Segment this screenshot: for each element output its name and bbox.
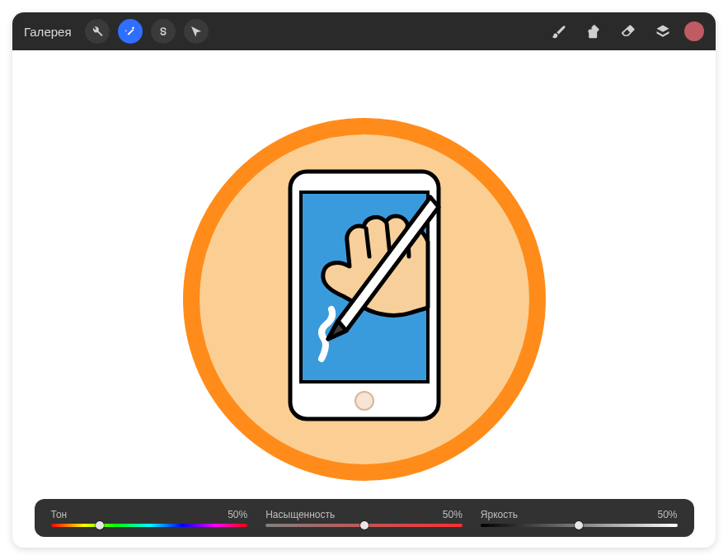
paintbrush-icon — [551, 23, 567, 40]
actions-button[interactable] — [85, 19, 110, 44]
layers-button[interactable] — [650, 18, 676, 45]
gallery-button[interactable]: Галерея — [24, 25, 72, 39]
hue-thumb[interactable] — [96, 521, 104, 529]
wand-icon — [124, 25, 137, 38]
adjustments-button[interactable] — [118, 19, 143, 44]
brightness-value: 50% — [657, 509, 677, 520]
arrow-icon — [190, 25, 203, 38]
canvas-area[interactable] — [12, 50, 716, 548]
smudge-icon — [585, 23, 602, 40]
color-circle[interactable] — [684, 21, 704, 41]
toolbar: Галерея — [12, 12, 716, 50]
wrench-icon — [91, 25, 104, 38]
s-shape-icon — [157, 25, 170, 38]
saturation-slider[interactable] — [265, 524, 463, 527]
app-window: Галерея — [12, 12, 716, 548]
saturation-slider-group: Насыщенность 50% — [265, 509, 463, 527]
brightness-slider-group: Яркость 50% — [481, 509, 678, 527]
toolbar-right — [546, 18, 704, 45]
brightness-slider[interactable] — [481, 524, 678, 527]
eraser-button[interactable] — [615, 18, 641, 45]
selection-button[interactable] — [151, 19, 176, 44]
eraser-icon — [620, 23, 636, 40]
hue-value: 50% — [228, 509, 247, 520]
toolbar-left: Галерея — [24, 19, 209, 44]
hue-slider-group: Тон 50% — [51, 509, 248, 527]
brightness-label: Яркость — [481, 509, 518, 520]
saturation-label: Насыщенность — [265, 509, 335, 520]
brightness-thumb[interactable] — [575, 521, 583, 529]
svg-point-4 — [355, 392, 373, 410]
saturation-value: 50% — [443, 509, 463, 520]
adjustments-panel: Тон 50% Насыщенность 50% Яркость 50% — [35, 499, 694, 537]
layers-icon — [655, 23, 671, 40]
paintbrush-button[interactable] — [546, 18, 572, 45]
transform-button[interactable] — [184, 19, 209, 44]
hue-label: Тон — [51, 509, 68, 520]
saturation-thumb[interactable] — [360, 521, 369, 529]
smudge-button[interactable] — [580, 18, 607, 45]
artwork-illustration — [183, 118, 546, 481]
hue-slider[interactable] — [51, 524, 248, 527]
